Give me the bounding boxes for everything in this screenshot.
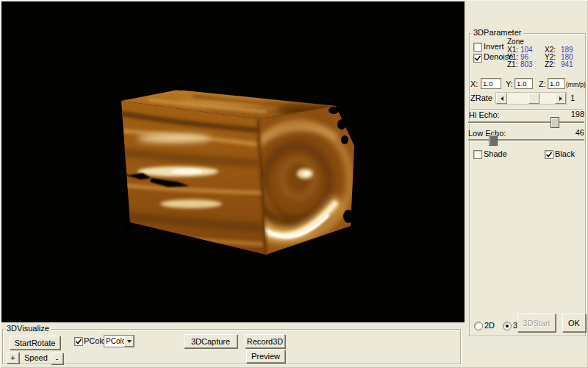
invert-label: Invert: [484, 43, 504, 51]
3dcapture-button[interactable]: 3DCapture: [184, 334, 237, 348]
scroll-right-icon: [559, 96, 564, 101]
black-checkbox[interactable]: [545, 150, 553, 159]
ok-button[interactable]: OK: [562, 314, 586, 332]
record3d-button[interactable]: Record3D: [245, 334, 285, 348]
check-icon: [75, 338, 82, 345]
hi-echo-slider-thumb[interactable]: [551, 117, 559, 128]
render-viewport[interactable]: [1, 1, 465, 322]
shade-label: Shade: [484, 150, 507, 158]
scale-x-label: X:: [470, 80, 478, 88]
3dstart-button[interactable]: 3DStart: [517, 314, 556, 332]
ultrasound-volume-render: [1, 1, 465, 322]
low-echo-label: Low Echo:: [468, 130, 506, 138]
speed-minus-button[interactable]: -: [51, 353, 63, 364]
shade-checkbox[interactable]: [473, 150, 482, 159]
mode-3d-radio[interactable]: [503, 322, 512, 330]
hi-echo-label: Hi Echo:: [469, 111, 500, 119]
scale-y-label: Y:: [506, 80, 513, 88]
scale-y-input[interactable]: [514, 78, 533, 89]
scale-z-label: Z:: [539, 80, 546, 88]
pcolor-checkbox[interactable]: [74, 337, 83, 346]
parameter-group-title: 3DParameter: [471, 29, 523, 37]
pcolor-dropdown[interactable]: PColor: [104, 335, 135, 347]
start-rotate-button[interactable]: StartRotate: [10, 336, 60, 350]
zone-title: Zone: [507, 38, 524, 46]
app-window: { "param": { "title": "3DParameter", "in…: [0, 0, 588, 368]
zrate-scrollbar[interactable]: [495, 92, 567, 105]
zone-z2-label: Z2:: [545, 61, 555, 68]
pcolor-dropdown-value: PColor: [104, 337, 124, 346]
zone-z1-label: Z1:: [507, 61, 517, 68]
denoise-checkbox[interactable]: [473, 54, 482, 63]
pcolor-dropdown-button[interactable]: [124, 336, 134, 347]
chevron-down-icon: [127, 340, 132, 345]
zrate-scrollbar-thumb[interactable]: [528, 93, 539, 104]
hi-echo-slider-track[interactable]: [468, 121, 584, 123]
low-echo-value: 46: [566, 129, 584, 137]
scale-unit-label: (mm/p): [566, 81, 586, 89]
invert-checkbox[interactable]: [473, 43, 482, 52]
visualize-group-title: 3DVisualize: [4, 325, 51, 333]
zrate-scroll-left-button[interactable]: [496, 93, 507, 104]
check-icon: [545, 151, 553, 158]
speed-label: Speed: [24, 354, 48, 362]
low-echo-slider-thumb[interactable]: [489, 135, 498, 146]
zrate-value: 1: [570, 94, 575, 102]
scale-z-input[interactable]: [548, 78, 565, 89]
check-icon: [474, 54, 481, 62]
radio-dot-icon: [506, 325, 509, 328]
low-echo-slider-track[interactable]: [468, 139, 584, 141]
zone-z2-value: 941: [561, 61, 573, 68]
zrate-label: ZRate: [470, 94, 492, 102]
preview-button[interactable]: Preview: [246, 350, 285, 363]
scroll-left-icon: [498, 96, 503, 101]
speed-plus-button[interactable]: +: [7, 352, 19, 364]
black-label: Black: [555, 150, 575, 158]
scale-x-input[interactable]: [481, 78, 501, 89]
hi-echo-value: 198: [566, 110, 584, 118]
zone-z1-value: 803: [520, 61, 533, 68]
zrate-scroll-right-button[interactable]: [555, 93, 566, 104]
mode-2d-radio[interactable]: [474, 322, 483, 330]
mode-2d-label: 2D: [484, 322, 495, 330]
